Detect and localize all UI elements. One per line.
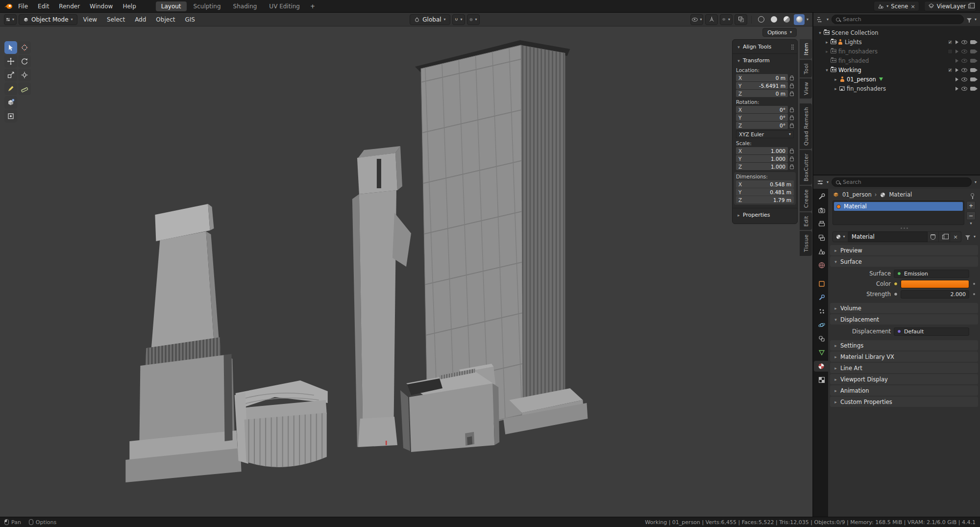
properties-search[interactable]	[832, 177, 972, 187]
hide-render-icon[interactable]	[970, 40, 976, 44]
rotation-x-field[interactable]: X0°	[736, 106, 788, 113]
expand-arrow-icon[interactable]	[817, 30, 823, 35]
outliner-row-01-person[interactable]: 01_person	[813, 75, 980, 84]
new-material-button[interactable]	[939, 231, 950, 242]
ntab-boxcutter[interactable]: BoxCutter	[800, 150, 812, 185]
menu-view[interactable]: View	[79, 15, 101, 24]
outliner-search-input[interactable]	[843, 16, 959, 23]
tab-object[interactable]	[815, 278, 828, 289]
tab-view-layer[interactable]	[815, 232, 828, 243]
add-workspace-button[interactable]: +	[307, 1, 318, 11]
slot-specials-icon[interactable]	[970, 222, 972, 226]
proportional-editing-button[interactable]	[467, 14, 480, 25]
overlays-button[interactable]	[720, 14, 733, 25]
tool-cursor[interactable]	[18, 41, 31, 54]
panel-surface[interactable]: Surface	[830, 256, 978, 267]
selectable-icon[interactable]	[956, 77, 958, 81]
shading-solid-button[interactable]	[768, 14, 779, 25]
panel-animation[interactable]: Animation	[830, 385, 978, 396]
scene-selector[interactable]: Scene	[874, 1, 919, 11]
outliner-item-label[interactable]: Working	[838, 67, 861, 74]
scale-x-field[interactable]: X1.000	[736, 147, 788, 154]
ntab-create[interactable]: Create	[800, 186, 812, 211]
new-viewlayer-icon[interactable]	[968, 4, 972, 8]
panel-settings[interactable]: Settings	[830, 340, 978, 351]
menu-render[interactable]: Render	[54, 2, 84, 11]
hide-render-icon[interactable]	[970, 77, 976, 81]
chevron-down-icon[interactable]	[827, 18, 829, 22]
dimension-y-field[interactable]: Y0.481 m	[736, 188, 794, 196]
panel-viewport-display[interactable]: Viewport Display	[830, 374, 978, 384]
breadcrumb-data[interactable]: Material	[889, 191, 912, 198]
lock-icon[interactable]	[790, 109, 794, 112]
hide-render-icon[interactable]	[970, 87, 976, 91]
emission-color-swatch[interactable]	[901, 280, 969, 288]
expand-arrow-icon[interactable]	[833, 86, 838, 91]
shading-wireframe-button[interactable]	[756, 14, 766, 25]
snap-target-button[interactable]	[452, 14, 465, 25]
unlink-scene-icon[interactable]	[910, 3, 915, 10]
editor-type-button[interactable]	[4, 14, 17, 25]
properties-editor-icon[interactable]	[817, 179, 824, 185]
hide-viewport-icon[interactable]	[961, 68, 967, 72]
ntab-edit[interactable]: Edit	[800, 212, 812, 230]
filter-icon[interactable]	[967, 18, 972, 21]
panel-material-library[interactable]: Material Library VX	[830, 351, 978, 362]
panel-line-art[interactable]: Line Art	[830, 363, 978, 373]
panel-custom-properties[interactable]: Custom Properties	[830, 397, 978, 407]
remove-slot-button[interactable]	[966, 211, 976, 220]
panel-properties[interactable]: Properties	[736, 210, 794, 220]
tab-render[interactable]	[815, 205, 828, 216]
ntab-tissue[interactable]: Tissue	[800, 231, 812, 255]
lock-icon[interactable]	[790, 77, 794, 80]
tool-select-box[interactable]	[4, 41, 17, 54]
ntab-item[interactable]: Item	[800, 39, 812, 59]
hide-render-icon[interactable]	[970, 68, 976, 72]
lock-icon[interactable]	[790, 158, 794, 161]
lock-icon[interactable]	[790, 117, 794, 120]
dimension-z-field[interactable]: Z1.79 m	[736, 196, 794, 203]
tab-physics[interactable]	[815, 320, 828, 330]
outliner-row-fin-noshaders[interactable]: fin_noshaders	[813, 47, 980, 56]
chevron-down-icon[interactable]	[974, 235, 976, 239]
selectable-icon[interactable]	[956, 68, 958, 72]
tool-extra[interactable]	[4, 110, 17, 123]
shading-dropdown-icon[interactable]	[807, 18, 808, 22]
toggle-xray-button[interactable]	[735, 14, 747, 25]
expand-arrow-icon[interactable]	[824, 40, 830, 45]
material-name-field[interactable]	[848, 231, 928, 242]
workspace-tab-sculpting[interactable]: Sculpting	[188, 1, 226, 11]
lock-icon[interactable]	[790, 125, 794, 128]
rotation-mode-dropdown[interactable]: XYZ Euler	[736, 130, 794, 138]
outliner-row-working[interactable]: Working	[813, 65, 980, 75]
3d-viewport[interactable]: Options Align Tools Transform Loc	[0, 26, 812, 517]
lock-icon[interactable]	[790, 93, 794, 96]
chevron-down-icon[interactable]	[827, 180, 829, 184]
displacement-dropdown[interactable]: Default	[894, 327, 969, 336]
drag-grip-icon[interactable]	[791, 45, 794, 50]
menu-file[interactable]: File	[14, 2, 32, 11]
workspace-tab-layout[interactable]: Layout	[156, 1, 187, 11]
unlink-material-button[interactable]	[950, 231, 961, 242]
lock-icon[interactable]	[790, 150, 794, 153]
tab-scene[interactable]	[815, 246, 828, 257]
tab-modifiers[interactable]	[815, 292, 828, 303]
dimension-x-field[interactable]: X0.548 m	[736, 180, 794, 188]
tab-texture[interactable]	[815, 375, 828, 385]
panel-displacement[interactable]: Displacement	[830, 314, 978, 325]
filter-icon[interactable]	[965, 235, 970, 238]
outliner-row-fin-shaded[interactable]: fin_shaded	[813, 56, 980, 65]
hide-viewport-icon[interactable]	[961, 77, 967, 81]
panel-transform[interactable]: Transform	[736, 56, 794, 65]
menu-gis[interactable]: GIS	[181, 15, 198, 24]
tab-constraints[interactable]	[815, 333, 828, 344]
outliner-search[interactable]	[832, 15, 964, 24]
expand-arrow-icon[interactable]	[824, 68, 830, 73]
hide-viewport-icon[interactable]	[961, 50, 967, 53]
expand-arrow-icon[interactable]	[824, 49, 830, 54]
outliner-item-label[interactable]: 01_person	[847, 76, 876, 83]
strength-field[interactable]: 2.000	[901, 290, 969, 299]
outliner-row-fin-noshaders-child[interactable]: fin_noshaders	[813, 84, 980, 93]
shading-material-button[interactable]	[781, 14, 792, 25]
outliner-item-label[interactable]: fin_shaded	[838, 57, 869, 64]
